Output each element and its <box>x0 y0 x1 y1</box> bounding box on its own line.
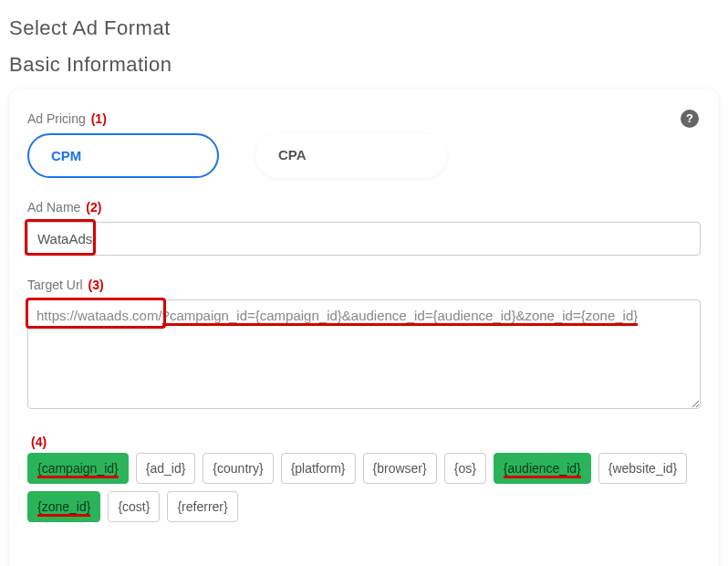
help-icon[interactable]: ? <box>681 110 699 128</box>
macro-tag-ad_id[interactable]: {ad_id} <box>136 453 196 484</box>
target-url-label: Target Url (3) <box>27 278 701 292</box>
annotation-4: (4) <box>31 435 701 449</box>
pricing-option-cpm[interactable]: CPM <box>27 133 219 178</box>
macro-tag-text: {zone_id} <box>37 499 90 517</box>
pricing-options: CPM CPA <box>27 133 701 178</box>
target-url-input[interactable] <box>27 299 701 409</box>
ad-name-input[interactable] <box>27 222 701 256</box>
target-url-label-text: Target Url <box>27 278 83 292</box>
macro-tag-cost[interactable]: {cost} <box>108 491 160 522</box>
macro-tag-country[interactable]: {country} <box>203 453 273 484</box>
macro-tag-text: {campaign_id} <box>37 461 119 478</box>
macro-tag-platform[interactable]: {platform} <box>281 453 356 484</box>
macro-tag-text: {audience_id} <box>504 461 581 478</box>
ad-name-label-text: Ad Name <box>27 200 80 215</box>
annotation-3: (3) <box>88 278 104 292</box>
macro-tag-campaign_id[interactable]: {campaign_id} <box>27 453 129 484</box>
ad-name-label: Ad Name (2) <box>27 200 701 215</box>
macro-tag-website_id[interactable]: {website_id} <box>598 453 688 484</box>
pricing-option-cpa[interactable]: CPA <box>255 133 447 178</box>
annotation-1: (1) <box>91 111 107 126</box>
macro-tags-row: {campaign_id}{ad_id}{country}{platform}{… <box>27 453 701 522</box>
ad-pricing-field: Ad Pricing (1) CPM CPA <box>27 111 701 178</box>
ad-name-field: Ad Name (2) <box>27 200 701 256</box>
ad-pricing-label: Ad Pricing (1) <box>27 111 701 126</box>
macro-tag-audience_id[interactable]: {audience_id} <box>494 453 591 484</box>
macro-tag-referrer[interactable]: {referrer} <box>167 491 237 522</box>
ad-pricing-label-text: Ad Pricing <box>27 111 86 126</box>
annotation-2: (2) <box>86 200 101 215</box>
macro-tag-zone_id[interactable]: {zone_id} <box>27 491 100 522</box>
heading-basic-information: Basic Information <box>9 53 719 77</box>
macro-tag-os[interactable]: {os} <box>444 453 486 484</box>
target-url-field: Target Url (3) https://wataads.com/?camp… <box>27 278 701 413</box>
heading-select-ad-format: Select Ad Format <box>9 16 719 40</box>
macro-tag-browser[interactable]: {browser} <box>363 453 437 484</box>
basic-info-card: ? Ad Pricing (1) CPM CPA Ad Name (2) Tar… <box>9 89 719 566</box>
